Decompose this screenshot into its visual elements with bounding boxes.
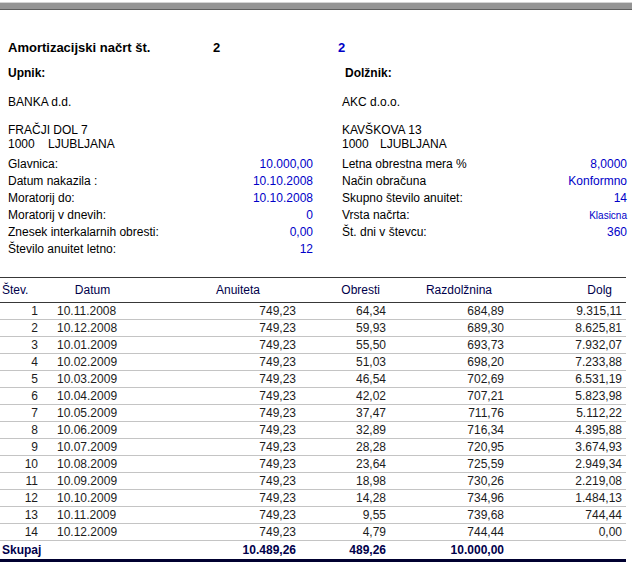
- debt: 2.949,34: [508, 456, 626, 473]
- interest: 51,03: [300, 354, 390, 371]
- table-row: 1210.10.2009749,2314,28734,961.484,13: [0, 490, 626, 507]
- annuity: 749,23: [140, 456, 300, 473]
- payment-date: 10.11.2009: [45, 507, 140, 524]
- field-value: 10.10.2008: [253, 173, 313, 190]
- field-label: Letna obrestna mera %: [342, 156, 467, 173]
- total-annuity: 10.489,26: [140, 541, 300, 561]
- payment-date: 10.12.2009: [45, 524, 140, 541]
- principal: 698,20: [390, 354, 508, 371]
- debt: 5.112,22: [508, 405, 626, 422]
- detail-row: Skupno število anuitet:14: [342, 190, 627, 207]
- table-row: 510.03.2009749,2346,54702,696.531,19: [0, 371, 626, 388]
- detail-row: Glavnica:10.000,00: [8, 156, 313, 173]
- field-value: 14: [614, 190, 627, 207]
- annuity: 749,23: [140, 303, 300, 320]
- row-number: 13: [0, 507, 45, 524]
- debt: 9.315,11: [508, 303, 626, 320]
- detail-row: Moratorij do:10.10.2008: [8, 190, 313, 207]
- field-value: 0: [306, 207, 313, 224]
- row-number: 14: [0, 524, 45, 541]
- field-value: 360: [607, 224, 627, 241]
- total-interest: 489,26: [300, 541, 390, 561]
- table-row: 1010.08.2009749,2323,64725,592.949,34: [0, 456, 626, 473]
- creditor-postal-code: 1000: [8, 137, 35, 151]
- annuity: 749,23: [140, 473, 300, 490]
- payment-date: 10.01.2009: [45, 337, 140, 354]
- interest: 64,34: [300, 303, 390, 320]
- field-label: Vrsta načrta:: [342, 207, 410, 224]
- creditor-city: LJUBLJANA: [48, 137, 115, 151]
- page-title: Amortizacijski načrt št.: [8, 40, 150, 55]
- amortization-report: Amortizacijski načrt št. 2 2 Upnik: BANK…: [0, 0, 632, 585]
- principal: 744,44: [390, 524, 508, 541]
- principal: 711,76: [390, 405, 508, 422]
- row-number: 4: [0, 354, 45, 371]
- payment-date: 10.12.2008: [45, 320, 140, 337]
- interest: 42,02: [300, 388, 390, 405]
- principal: 720,95: [390, 439, 508, 456]
- debt: 7.932,07: [508, 337, 626, 354]
- row-number: 10: [0, 456, 45, 473]
- row-number: 8: [0, 422, 45, 439]
- debtor-city: LJUBLJANA: [380, 137, 447, 151]
- debt: 1.484,13: [508, 490, 626, 507]
- interest: 46,54: [300, 371, 390, 388]
- interest: 23,64: [300, 456, 390, 473]
- annuity: 749,23: [140, 524, 300, 541]
- interest: 18,98: [300, 473, 390, 490]
- principal: 725,59: [390, 456, 508, 473]
- annuity: 749,23: [140, 354, 300, 371]
- detail-row: Letna obrestna mera %8,0000: [342, 156, 627, 173]
- interest: 14,28: [300, 490, 390, 507]
- schedule-body: 110.11.2008749,2364,34684,899.315,11210.…: [0, 303, 626, 541]
- table-header-row: Štev. Datum Anuiteta Obresti Razdolžnina…: [0, 278, 626, 303]
- principal: 684,89: [390, 303, 508, 320]
- payment-date: 10.11.2008: [45, 303, 140, 320]
- creditor-name: BANKA d.d.: [8, 95, 71, 109]
- table-row: 110.11.2008749,2364,34684,899.315,11: [0, 303, 626, 320]
- row-number: 9: [0, 439, 45, 456]
- annuity: 749,23: [140, 388, 300, 405]
- field-value: 10.000,00: [260, 156, 313, 173]
- field-label: Moratorij v dnevih:: [8, 207, 106, 224]
- creditor-label: Upnik:: [8, 66, 45, 80]
- table-row: 1110.09.2009749,2318,98730,262.219,08: [0, 473, 626, 490]
- row-number: 12: [0, 490, 45, 507]
- annuity: 749,23: [140, 320, 300, 337]
- debt: 4.395,88: [508, 422, 626, 439]
- row-number: 7: [0, 405, 45, 422]
- principal: 707,21: [390, 388, 508, 405]
- table-row: 910.07.2009749,2328,28720,953.674,93: [0, 439, 626, 456]
- payment-date: 10.04.2009: [45, 388, 140, 405]
- debt: 3.674,93: [508, 439, 626, 456]
- annuity: 749,23: [140, 439, 300, 456]
- total-label: Skupaj: [0, 541, 140, 561]
- field-value: 8,0000: [590, 156, 627, 173]
- row-number: 1: [0, 303, 45, 320]
- debt: 744,44: [508, 507, 626, 524]
- header-number: Štev.: [0, 278, 45, 303]
- debt: 7.233,88: [508, 354, 626, 371]
- annuity: 749,23: [140, 490, 300, 507]
- table-row: 1410.12.2009749,234,79744,440,00: [0, 524, 626, 541]
- window-top-edge: [0, 2, 632, 10]
- field-label: Moratorij do:: [8, 190, 75, 207]
- principal: 693,73: [390, 337, 508, 354]
- plan-number-2: 2: [338, 40, 345, 55]
- field-label: Št. dni v števcu:: [342, 224, 427, 241]
- field-value: Konformno: [568, 173, 627, 190]
- interest: 9,55: [300, 507, 390, 524]
- table-row: 210.12.2008749,2359,93689,308.625,81: [0, 320, 626, 337]
- plan-number-1: 2: [213, 40, 220, 55]
- creditor-street: FRAČJI DOL 7: [8, 123, 88, 137]
- payment-date: 10.06.2009: [45, 422, 140, 439]
- detail-row: Znesek interkalarnih obresti:0,00: [8, 224, 313, 241]
- total-debt: [508, 541, 626, 561]
- row-number: 2: [0, 320, 45, 337]
- principal: 689,30: [390, 320, 508, 337]
- payment-date: 10.10.2009: [45, 490, 140, 507]
- field-value: 10.10.2008: [253, 190, 313, 207]
- field-value: 12: [300, 241, 313, 258]
- interest: 4,79: [300, 524, 390, 541]
- loan-details-left: Glavnica:10.000,00Datum nakazila :10.10.…: [8, 156, 313, 258]
